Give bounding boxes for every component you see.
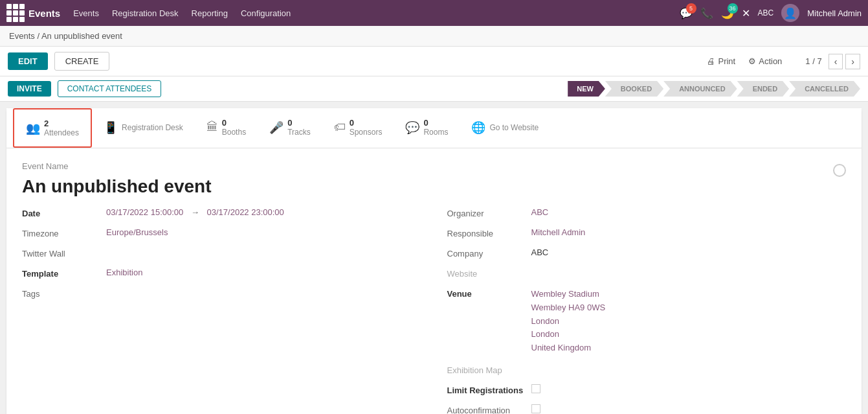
nav-arrows: 1 / 7 ‹ › (786, 54, 860, 69)
attendees-count: 2 (44, 119, 79, 128)
nav-events[interactable]: Events (73, 8, 99, 18)
create-button[interactable]: CREATE (54, 52, 110, 71)
pipeline-booked[interactable]: BOOKED (605, 81, 663, 97)
pipeline-new[interactable]: NEW (568, 81, 605, 97)
field-tags: Tags (22, 288, 421, 299)
form-section: Date 03/17/2022 15:00:00 → 03/17/2022 23… (22, 207, 846, 414)
field-limit-reg: Limit Registrations (447, 384, 847, 395)
tab-rooms[interactable]: 💬 0 Rooms (394, 109, 460, 147)
tab-tracks[interactable]: 🎤 0 Tracks (258, 109, 322, 147)
date-label: Date (22, 207, 100, 218)
form-body: Event Name An unpublished event Date 03/… (6, 148, 862, 414)
field-venue: Venue Wembley Stadium Wembley HA9 0WS Lo… (447, 288, 847, 355)
event-title: An unpublished event (22, 172, 833, 207)
website-icon: 🌐 (471, 121, 485, 135)
navbar-right: 💬 5 📞 🌙 36 ✕ ABC 👤 Mitchell Admin (680, 4, 862, 22)
nav-registration[interactable]: Registration Desk (112, 8, 179, 18)
field-twitter: Twitter Wall (22, 247, 421, 259)
booths-label: Booths (222, 128, 246, 137)
chat-badge: 5 (686, 3, 696, 14)
pipeline-ended[interactable]: ENDED (737, 81, 790, 97)
field-template: Template Exhibition (22, 268, 421, 279)
date-end[interactable]: 03/17/2022 23:00:00 (207, 207, 284, 217)
pipeline-announced[interactable]: ANNOUNCED (663, 81, 737, 97)
avatar[interactable]: 👤 (781, 4, 799, 22)
action-label: Action (759, 56, 782, 66)
form-left: Date 03/17/2022 15:00:00 → 03/17/2022 23… (22, 207, 421, 414)
print-action[interactable]: 🖨 Print (707, 56, 735, 66)
tracks-count: 0 (287, 118, 311, 128)
published-toggle[interactable] (833, 164, 846, 177)
registration-label: Registration Desk (122, 123, 183, 132)
gear-icon: ⚙ (748, 56, 756, 66)
edit-button[interactable]: EDIT (8, 52, 48, 70)
tracks-label: Tracks (287, 128, 311, 137)
template-value[interactable]: Exhibition (106, 268, 421, 277)
breadcrumb-current: An unpublished event (41, 31, 122, 41)
field-responsible: Responsible Mitchell Admin (447, 227, 847, 238)
attendees-icon: 👥 (26, 121, 40, 135)
pipeline-cancelled[interactable]: CANCELLED (789, 81, 860, 97)
action-bar: INVITE CONTACT ATTENDEES NEW BOOKED ANNO… (0, 76, 868, 102)
template-label: Template (22, 268, 100, 279)
toolbar-right: 🖨 Print ⚙ Action 1 / 7 ‹ › (707, 54, 860, 69)
user-initials: ABC (758, 8, 774, 17)
main-nav: Events Registration Desk Reporting Confi… (73, 8, 291, 18)
moon-icon-wrapper[interactable]: 🌙 36 (721, 7, 734, 19)
autoconfirm-label: Autoconfirmation (447, 404, 525, 414)
company-value: ABC (531, 247, 847, 257)
limit-reg-checkbox[interactable] (531, 384, 540, 393)
sponsors-label: Sponsors (350, 128, 383, 137)
autoconfirm-checkbox[interactable] (531, 404, 540, 413)
venue-line5[interactable]: United Kingdom (531, 341, 606, 355)
grid-icon (6, 4, 25, 22)
timezone-value[interactable]: Europe/Brussels (106, 227, 421, 237)
responsible-value[interactable]: Mitchell Admin (531, 227, 847, 237)
tab-sponsors[interactable]: 🏷 0 Sponsors (322, 109, 394, 147)
attendees-label: Attendees (44, 128, 79, 137)
nav-reporting[interactable]: Reporting (192, 8, 228, 18)
close-icon[interactable]: ✕ (742, 7, 750, 19)
venue-line1[interactable]: Wembley Stadium (531, 288, 606, 301)
venue-line2[interactable]: Wembley HA9 0WS (531, 301, 606, 315)
venue-value: Wembley Stadium Wembley HA9 0WS London L… (531, 288, 606, 355)
website-label: Website (447, 268, 525, 279)
tab-booths[interactable]: 🏛 0 Booths (195, 109, 258, 147)
venue-line4[interactable]: London (531, 328, 606, 341)
organizer-value[interactable]: ABC (531, 207, 847, 217)
sponsors-count: 0 (350, 118, 383, 128)
contact-attendees-button[interactable]: CONTACT ATTENDEES (58, 80, 162, 97)
date-start[interactable]: 03/17/2022 15:00:00 (106, 207, 183, 217)
company-label: Company (447, 247, 525, 259)
next-arrow[interactable]: › (845, 54, 860, 69)
field-timezone: Timezone Europe/Brussels (22, 227, 421, 238)
brand[interactable]: Events (6, 4, 60, 22)
field-website: Website (447, 268, 847, 279)
field-date: Date 03/17/2022 15:00:00 → 03/17/2022 23… (22, 207, 421, 218)
phone-icon[interactable]: 📞 (700, 7, 713, 19)
limit-reg-label: Limit Registrations (447, 384, 525, 395)
event-name-label: Event Name (22, 161, 833, 171)
main-content: 👥 2 Attendees 📱 Registration Desk 🏛 0 Bo… (6, 108, 862, 414)
tracks-icon: 🎤 (269, 121, 284, 135)
chat-icon-wrapper[interactable]: 💬 5 (680, 7, 693, 19)
tab-attendees[interactable]: 👥 2 Attendees (13, 108, 92, 148)
tab-registration[interactable]: 📱 Registration Desk (92, 111, 195, 145)
timezone-label: Timezone (22, 227, 100, 238)
form-right: Organizer ABC Responsible Mitchell Admin… (447, 207, 847, 414)
venue-line3[interactable]: London (531, 315, 606, 328)
date-arrow-icon: → (191, 207, 199, 217)
action-menu[interactable]: ⚙ Action (748, 56, 782, 66)
invite-button[interactable]: INVITE (8, 81, 51, 97)
navbar: Events Events Registration Desk Reportin… (0, 0, 868, 26)
page-info: 1 / 7 (805, 56, 821, 66)
booths-icon: 🏛 (206, 121, 218, 134)
organizer-label: Organizer (447, 207, 525, 218)
user-name: Mitchell Admin (807, 8, 862, 18)
exhibition-map-label: Exhibition Map (447, 364, 525, 375)
breadcrumb-root[interactable]: Events (9, 31, 35, 41)
nav-configuration[interactable]: Configuration (241, 8, 291, 18)
prev-arrow[interactable]: ‹ (829, 54, 843, 69)
subnav: 👥 2 Attendees 📱 Registration Desk 🏛 0 Bo… (6, 108, 862, 148)
tab-website[interactable]: 🌐 Go to Website (460, 111, 550, 145)
